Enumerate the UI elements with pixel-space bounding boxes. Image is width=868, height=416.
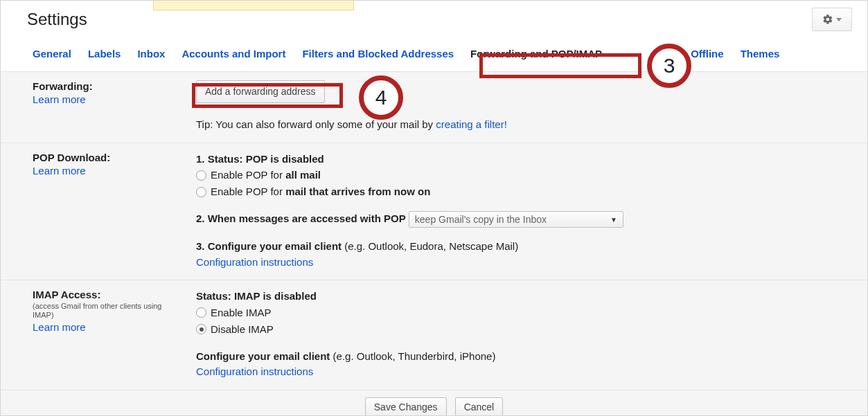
forwarding-title: Forwarding: (33, 80, 196, 92)
pop-body: 1. Status: POP is disabled Enable POP fo… (196, 152, 852, 271)
pop-r2-prefix: Enable POP for (211, 186, 285, 197)
pop-enable-all-label: Enable POP for all mail (211, 167, 321, 183)
imap-body: Status: IMAP is disabled Enable IMAP Dis… (196, 289, 852, 380)
settings-page: Settings General Labels Inbox Accounts a… (0, 0, 868, 416)
notification-strip (153, 1, 354, 10)
imap-configure-rest: (e.g. Outlook, Thunderbird, iPhone) (330, 350, 495, 362)
pop-access-select-value: keep Gmail's copy in the Inbox (415, 212, 547, 227)
section-pop: POP Download: Learn more 1. Status: POP … (1, 143, 867, 281)
tab-general[interactable]: General (33, 48, 71, 60)
tab-themes[interactable]: Themes (741, 48, 780, 60)
imap-radio-disable[interactable]: Disable IMAP (196, 321, 852, 338)
pop-configure-bold: 3. Configure your email client (196, 240, 342, 252)
pop-label-col: POP Download: Learn more (33, 152, 196, 271)
section-imap: IMAP Access: (access Gmail from other cl… (1, 280, 867, 390)
creating-filter-link[interactable]: creating a filter! (436, 118, 507, 130)
imap-radio-enable[interactable]: Enable IMAP (196, 305, 852, 321)
add-forwarding-address-button[interactable]: Add a forwarding address (196, 80, 325, 103)
footer-buttons: Save Changes Cancel (1, 390, 867, 416)
page-title: Settings (27, 10, 87, 29)
radio-icon-checked (196, 324, 206, 334)
imap-status-line: Status: IMAP is disabled (196, 289, 852, 305)
imap-enable-label: Enable IMAP (211, 305, 272, 321)
forwarding-tip: Tip: You can also forward only some of y… (196, 103, 852, 133)
forwarding-tip-text: Tip: You can also forward only some of y… (196, 118, 436, 130)
imap-configure-line: Configure your email client (e.g. Outloo… (196, 349, 852, 365)
radio-icon (196, 187, 206, 197)
imap-label-col: IMAP Access: (access Gmail from other cl… (33, 289, 196, 380)
radio-icon (196, 307, 206, 318)
pop-radio-now-on[interactable]: Enable POP for mail that arrives from no… (196, 183, 852, 200)
header: Settings (1, 1, 867, 41)
tab-offline[interactable]: Offline (691, 48, 724, 60)
pop-r2-bold: mail that arrives from now on (285, 186, 430, 197)
imap-subtitle: (access Gmail from other clients using I… (33, 300, 196, 320)
cancel-button[interactable]: Cancel (455, 397, 504, 416)
settings-gear-button[interactable] (812, 8, 852, 31)
pop-configure-line: 3. Configure your email client (e.g. Out… (196, 239, 852, 255)
tab-filters[interactable]: Filters and Blocked Addresses (302, 48, 454, 60)
pop-radio-all-mail[interactable]: Enable POP for all mail (196, 167, 852, 183)
forwarding-learn-more-link[interactable]: Learn more (33, 92, 196, 105)
caret-down-icon (836, 18, 842, 21)
radio-icon (196, 170, 206, 181)
imap-config-instructions-link[interactable]: Configuration instructions (196, 365, 313, 377)
pop-access-line: 2. When messages are accessed with POP k… (196, 211, 852, 228)
tab-accounts[interactable]: Accounts and Import (181, 48, 285, 60)
pop-config-instructions-link[interactable]: Configuration instructions (196, 256, 313, 268)
tab-labels[interactable]: Labels (88, 48, 121, 60)
settings-tabs: General Labels Inbox Accounts and Import… (1, 41, 867, 72)
pop-r1-prefix: Enable POP for (211, 169, 285, 181)
pop-configure-rest: (e.g. Outlook, Eudora, Netscape Mail) (342, 240, 518, 252)
imap-title: IMAP Access: (33, 289, 196, 300)
pop-title: POP Download: (33, 152, 196, 163)
pop-status-line: 1. Status: POP is disabled (196, 152, 852, 168)
save-changes-button[interactable]: Save Changes (365, 397, 447, 416)
imap-learn-more-link[interactable]: Learn more (33, 320, 196, 333)
pop-access-label: 2. When messages are accessed with POP (196, 212, 406, 224)
settings-content: Forwarding: Learn more Add a forwarding … (1, 72, 867, 416)
pop-access-select[interactable]: keep Gmail's copy in the Inbox ▼ (409, 211, 623, 228)
forwarding-body: Add a forwarding address Tip: You can al… (196, 80, 852, 133)
forwarding-label-col: Forwarding: Learn more (33, 80, 196, 133)
caret-down-icon: ▼ (610, 215, 617, 225)
imap-disable-label: Disable IMAP (211, 321, 274, 338)
tab-forwarding[interactable]: Forwarding and POP/IMAP (470, 48, 602, 60)
section-forwarding: Forwarding: Learn more Add a forwarding … (1, 72, 867, 143)
pop-learn-more-link[interactable]: Learn more (33, 163, 196, 177)
tab-inbox[interactable]: Inbox (137, 48, 165, 60)
imap-configure-bold: Configure your email client (196, 350, 330, 362)
pop-r1-bold: all mail (285, 169, 321, 181)
pop-enable-now-label: Enable POP for mail that arrives from no… (211, 183, 430, 200)
gear-icon (822, 14, 833, 25)
